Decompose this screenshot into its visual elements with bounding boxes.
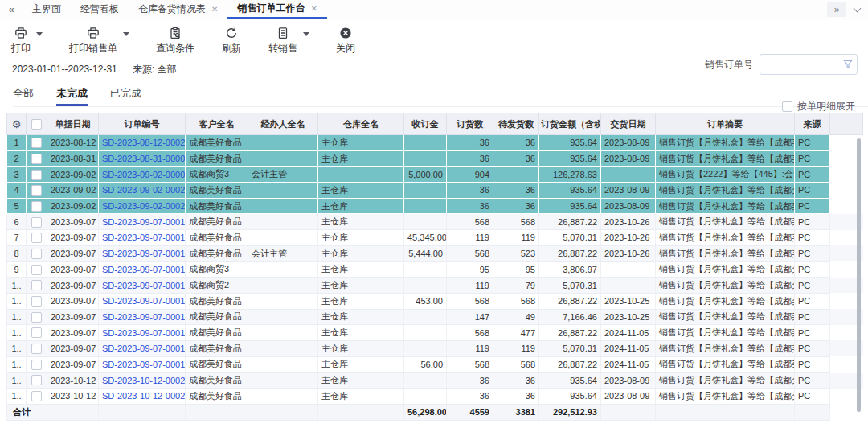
print-sales-slip-button[interactable]: 打印销售单 <box>69 27 117 56</box>
tab-main-screen[interactable]: 主界面 <box>23 0 71 19</box>
table-row[interactable]: 1..2023-09-07SD-2023-09-07-00016成都美好食品主仓… <box>7 309 863 325</box>
close-button[interactable]: 关闭 <box>336 27 355 56</box>
order-no-link[interactable]: SD-2023-08-12-00022 <box>102 138 186 147</box>
order-no-link[interactable]: SD-2023-09-07-00018 <box>102 344 186 353</box>
chevron-down-icon[interactable] <box>854 4 862 12</box>
total-empty <box>656 404 795 420</box>
table-row[interactable]: 42023-09-02SD-2023-09-02-00023成都美好食品主仓库3… <box>7 183 863 199</box>
total-empty <box>99 404 186 420</box>
cell-order-qty: 36 <box>447 373 493 389</box>
tab-business-dashboard[interactable]: 经营看板 <box>71 0 129 19</box>
table-row[interactable]: 62023-09-07SD-2023-09-07-00010成都美好食品主仓库5… <box>7 214 863 230</box>
order-no-link[interactable]: SD-2023-09-07-00014 <box>102 281 186 290</box>
cell-order-no: SD-2023-10-12-00021 <box>99 389 186 405</box>
vertical-scrollbar[interactable] <box>857 138 861 412</box>
cell-delivery-date: 2023-08-09 <box>601 183 656 199</box>
order-no-link[interactable]: SD-2023-10-12-00021 <box>102 391 186 401</box>
row-checkbox[interactable] <box>31 280 42 290</box>
close-tab-icon[interactable]: ✕ <box>310 4 317 13</box>
table-row[interactable]: 1..2023-10-12SD-2023-10-12-00021成都美好食品主仓… <box>7 389 863 405</box>
cell-order-no: SD-2023-09-07-00013 <box>99 261 186 278</box>
cell-warehouse-name: 主仓库 <box>318 245 404 261</box>
order-no-link[interactable]: SD-2023-09-02-00023 <box>102 185 186 195</box>
row-checkbox[interactable] <box>31 344 42 354</box>
row-checkbox[interactable] <box>31 201 42 212</box>
row-checkbox[interactable] <box>31 217 42 228</box>
order-no-link[interactable]: SD-2023-09-07-00013 <box>102 265 186 274</box>
row-checkbox[interactable] <box>31 233 42 243</box>
refresh-button[interactable]: 刷新 <box>222 27 241 56</box>
convert-to-sale-button[interactable]: 转销售 <box>268 27 297 56</box>
row-checkbox[interactable] <box>31 185 42 196</box>
cell-row-number: 1.. <box>7 325 27 341</box>
dropdown-caret-icon[interactable] <box>36 32 43 36</box>
cell-order-summary: 销售订货【月饼礼盒】等给【成都美好食品】： <box>656 245 795 261</box>
order-no-link[interactable]: SD-2023-09-07-00015 <box>102 296 186 306</box>
order-no-link[interactable]: SD-2023-09-07-00017 <box>102 328 186 338</box>
cell-warehouse-name: 主仓库 <box>318 373 404 389</box>
table-row[interactable]: 92023-09-07SD-2023-09-07-00013成都商贸3主仓库95… <box>7 261 863 278</box>
table-row[interactable]: 1..2023-09-07SD-2023-09-07-00014成都商贸2主仓库… <box>7 278 863 294</box>
order-no-link[interactable]: SD-2023-09-07-00012 <box>102 249 186 258</box>
cell-pending-qty <box>493 167 539 183</box>
order-no-link[interactable]: SD-2023-10-12-00020 <box>102 376 186 385</box>
table-row[interactable]: 82023-09-07SD-2023-09-07-00012成都美好食品会计主管… <box>7 245 863 261</box>
expand-by-detail: 按单明细展开 <box>782 100 855 113</box>
query-conditions-button[interactable]: 查询条件 <box>156 27 194 56</box>
expand-tabs-icon[interactable]: » <box>827 2 846 17</box>
cell-customer-name: 成都美好食品 <box>186 340 248 356</box>
row-checkbox[interactable] <box>31 360 42 370</box>
cell-customer-name: 成都商贸3 <box>186 261 248 278</box>
row-checkbox[interactable] <box>31 375 42 385</box>
expand-by-detail-label: 按单明细展开 <box>797 100 855 113</box>
row-checkbox[interactable] <box>31 327 42 338</box>
table-row[interactable]: 1..2023-09-07SD-2023-09-07-00017成都美好食品主仓… <box>7 325 863 341</box>
expand-by-detail-checkbox[interactable] <box>782 101 792 112</box>
row-checkbox[interactable] <box>31 249 42 259</box>
tab-warehouse-stock-report[interactable]: 仓库备货情况表 ✕ <box>129 0 227 19</box>
row-checkbox[interactable] <box>31 312 42 323</box>
table-row[interactable]: 12023-08-12SD-2023-08-12-00022成都美好食品主仓库3… <box>7 135 863 151</box>
table-row[interactable]: 52023-09-02SD-2023-09-02-00024成都美好食品主仓库3… <box>7 198 863 214</box>
gear-icon[interactable]: ⚙ <box>12 118 22 130</box>
table-row[interactable]: 1..2023-09-07SD-2023-09-07-00018成都美好食品主仓… <box>7 340 863 356</box>
select-all-checkbox[interactable] <box>31 119 42 130</box>
row-checkbox[interactable] <box>31 265 42 275</box>
row-checkbox[interactable] <box>31 154 42 164</box>
row-checkbox[interactable] <box>31 170 42 180</box>
cell-customer-name: 成都美好食品 <box>186 373 248 389</box>
cell-select <box>27 373 47 389</box>
order-no-link[interactable]: SD-2023-09-07-00011 <box>102 233 186 242</box>
column-header: 订单摘要 <box>656 113 795 135</box>
filter-tab-finished[interactable]: 已完成 <box>110 86 141 106</box>
cell-deposit <box>404 389 447 405</box>
row-checkbox[interactable] <box>31 138 42 148</box>
order-no-link[interactable]: SD-2023-09-07-00010 <box>102 217 186 227</box>
filter-tab-unfinished[interactable]: 未完成 <box>56 86 88 106</box>
table-row[interactable]: 72023-09-07SD-2023-09-07-00011成都美好食品主仓库4… <box>7 230 863 246</box>
collapse-tabs-icon[interactable]: « <box>0 0 23 19</box>
table-row[interactable]: 32023-09-02SD-2023-09-02-00004成都商贸3会计主管5… <box>7 167 863 183</box>
row-checkbox[interactable] <box>31 296 42 307</box>
dropdown-caret-icon[interactable] <box>303 32 309 36</box>
order-no-link[interactable]: SD-2023-09-02-00004 <box>102 170 186 179</box>
cell-row-number: 8 <box>7 245 27 261</box>
filter-tab-all[interactable]: 全部 <box>13 86 34 106</box>
table-row[interactable]: 1..2023-09-07SD-2023-09-07-00019成都美好食品主仓… <box>7 356 863 373</box>
total-empty <box>47 404 99 420</box>
dropdown-caret-icon[interactable] <box>123 32 129 36</box>
row-checkbox[interactable] <box>31 391 42 401</box>
table-row[interactable]: 22023-08-31SD-2023-08-31-00003成都美好食品主仓库3… <box>7 150 863 167</box>
close-tab-icon[interactable]: ✕ <box>211 5 218 14</box>
order-no-link[interactable]: SD-2023-09-02-00024 <box>102 201 186 211</box>
order-no-link[interactable]: SD-2023-09-07-00016 <box>102 312 186 322</box>
filter-funnel-icon[interactable] <box>843 60 853 69</box>
tab-sales-order-workbench[interactable]: 销售订单工作台 ✕ <box>227 0 326 19</box>
order-no-link[interactable]: SD-2023-09-07-00019 <box>102 360 186 369</box>
cell-order-no: SD-2023-09-07-00010 <box>99 214 186 230</box>
order-no-link[interactable]: SD-2023-08-31-00003 <box>102 154 186 163</box>
table-row[interactable]: 1..2023-10-12SD-2023-10-12-00020成都美好食品主仓… <box>7 373 863 389</box>
cell-order-no: SD-2023-08-12-00022 <box>99 135 186 151</box>
table-row[interactable]: 1..2023-09-07SD-2023-09-07-00015成都美好食品主仓… <box>7 293 863 309</box>
print-button[interactable]: 打印 <box>11 27 31 56</box>
